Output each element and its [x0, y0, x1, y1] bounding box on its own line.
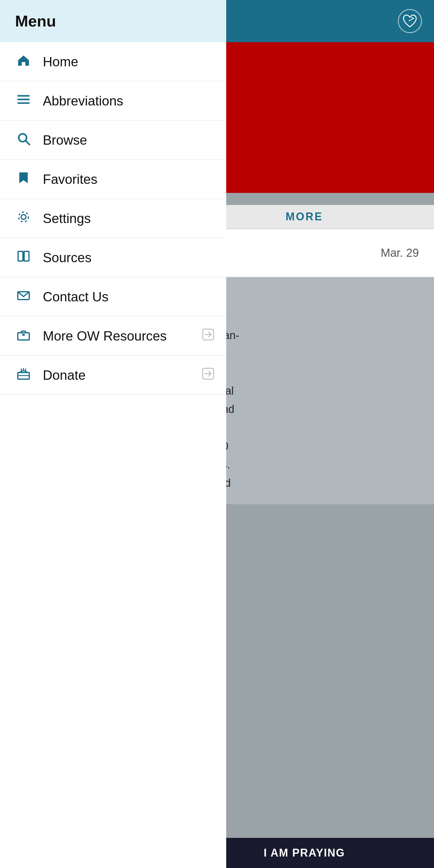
sidebar-item-home[interactable]: Home	[0, 42, 226, 82]
sources-icon	[15, 250, 32, 266]
more-ow-icon	[15, 328, 32, 344]
svg-rect-11	[18, 333, 29, 340]
abbreviations-icon	[15, 93, 32, 109]
sidebar-item-more-ow-label: More OW Resources	[43, 329, 167, 344]
donate-icon	[15, 367, 32, 383]
svg-rect-12	[22, 334, 25, 336]
sidebar-item-contact-label: Contact Us	[43, 289, 109, 304]
svg-line-18	[25, 369, 26, 371]
sidebar-item-abbreviations-label: Abbreviations	[43, 93, 123, 108]
sidebar-item-settings[interactable]: Settings	[0, 199, 226, 238]
sidebar-item-donate[interactable]: Donate	[0, 355, 226, 395]
sidebar-item-sources-label: Sources	[43, 250, 91, 265]
sidebar-item-more-ow[interactable]: More OW Resources	[0, 316, 226, 355]
sidebar-item-favorites[interactable]: Favorites	[0, 160, 226, 199]
sidebar-item-favorites-label: Favorites	[43, 172, 97, 187]
sidebar-item-contact[interactable]: Contact Us	[0, 277, 226, 316]
donate-arrow-icon	[202, 368, 214, 383]
svg-rect-9	[24, 251, 29, 261]
sidebar-item-abbreviations[interactable]: Abbreviations	[0, 82, 226, 121]
svg-line-16	[21, 369, 22, 371]
svg-line-5	[26, 141, 30, 145]
nav-list: Home Abbreviations Browse	[0, 42, 226, 868]
sidebar: Menu Home Abbreviations	[0, 0, 226, 868]
home-icon	[15, 54, 32, 70]
sidebar-item-donate-label: Donate	[43, 368, 86, 383]
sidebar-item-home-label: Home	[43, 54, 78, 69]
settings-icon	[15, 210, 32, 227]
svg-point-7	[19, 212, 28, 222]
menu-header: Menu	[0, 0, 226, 42]
sidebar-item-browse-label: Browse	[43, 133, 87, 148]
contact-icon	[15, 289, 32, 305]
svg-rect-8	[18, 251, 23, 261]
sidebar-item-browse[interactable]: Browse	[0, 121, 226, 160]
favorites-icon	[15, 171, 32, 187]
svg-line-0	[409, 20, 411, 21]
svg-point-6	[21, 215, 26, 219]
more-ow-arrow-icon	[202, 329, 214, 344]
more-label: MORE	[286, 210, 323, 223]
menu-title: Menu	[15, 12, 56, 30]
sidebar-item-sources[interactable]: Sources	[0, 238, 226, 277]
browse-icon	[15, 132, 32, 148]
date-text: Mar. 29	[381, 247, 419, 259]
praying-label: I AM PRAYING	[264, 846, 345, 859]
sidebar-item-settings-label: Settings	[43, 211, 91, 226]
heart-share-button[interactable]	[398, 9, 422, 33]
